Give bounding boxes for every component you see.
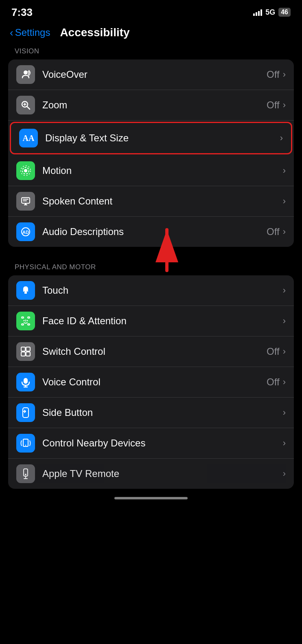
- physical-motor-settings-group: Touch › Face ID & Attention ›: [8, 275, 294, 489]
- apple-tv-chevron-icon: ›: [283, 468, 286, 479]
- voice-control-label: Voice Control: [42, 376, 267, 388]
- svg-point-31: [25, 445, 26, 446]
- voice-control-value: Off: [267, 376, 280, 388]
- red-arrow-annotation: [142, 218, 191, 283]
- svg-rect-16: [28, 317, 30, 318]
- voice-control-row[interactable]: Voice Control Off ›: [8, 367, 294, 398]
- svg-rect-10: [23, 200, 27, 201]
- vision-section-header: VISION: [0, 47, 302, 59]
- voiceover-icon: [16, 65, 35, 84]
- network-label: 5G: [265, 8, 275, 17]
- display-text-size-chevron-icon: ›: [280, 133, 283, 143]
- vision-section: VISION VoiceOver Off ›: [0, 47, 302, 247]
- motion-row[interactable]: Motion ›: [8, 156, 294, 186]
- face-id-chevron-icon: ›: [283, 316, 286, 326]
- svg-rect-29: [23, 408, 28, 418]
- display-text-size-icon: AA: [19, 129, 38, 147]
- battery-icon: 46: [278, 8, 291, 17]
- battery-level: 46: [281, 9, 288, 16]
- switch-control-icon: [16, 342, 35, 361]
- touch-icon: [16, 281, 35, 300]
- svg-rect-24: [21, 352, 25, 356]
- zoom-label: Zoom: [42, 99, 267, 111]
- svg-rect-26: [24, 378, 28, 384]
- motion-icon: [16, 161, 35, 180]
- touch-chevron-icon: ›: [283, 285, 286, 296]
- apple-tv-icon: [16, 464, 35, 483]
- motion-label: Motion: [42, 165, 283, 176]
- face-id-row[interactable]: Face ID & Attention ›: [8, 306, 294, 336]
- audio-descriptions-icon: AD: [16, 222, 35, 241]
- svg-text:AD: AD: [22, 230, 29, 235]
- audio-descriptions-value: Off: [267, 226, 280, 237]
- svg-rect-18: [28, 324, 30, 325]
- apple-tv-label: Apple TV Remote: [42, 468, 283, 479]
- page-title: Accessibility: [60, 26, 129, 39]
- spoken-content-chevron-icon: ›: [283, 196, 286, 207]
- back-chevron-icon: ‹: [10, 26, 13, 39]
- nearby-devices-label: Control Nearby Devices: [42, 437, 283, 449]
- svg-rect-15: [22, 317, 24, 318]
- svg-point-0: [24, 70, 28, 75]
- side-button-row[interactable]: Side Button ›: [8, 398, 294, 428]
- voiceover-chevron-icon: ›: [283, 69, 286, 80]
- side-button-label: Side Button: [42, 407, 283, 418]
- svg-rect-25: [26, 352, 30, 356]
- side-button-chevron-icon: ›: [283, 407, 286, 418]
- back-label: Settings: [15, 27, 50, 38]
- spoken-content-icon: [16, 192, 35, 211]
- touch-label: Touch: [42, 285, 283, 296]
- svg-rect-23: [26, 347, 30, 351]
- svg-rect-17: [22, 324, 24, 325]
- zoom-chevron-icon: ›: [283, 100, 286, 110]
- svg-point-20: [27, 320, 28, 321]
- audio-descriptions-chevron-icon: ›: [283, 226, 286, 237]
- spoken-content-row[interactable]: Spoken Content ›: [8, 186, 294, 217]
- voiceover-row[interactable]: VoiceOver Off ›: [8, 59, 294, 90]
- apple-tv-row[interactable]: Apple TV Remote ›: [8, 459, 294, 489]
- home-indicator: [114, 497, 188, 499]
- switch-control-chevron-icon: ›: [283, 346, 286, 357]
- status-bar: 7:33 5G 46: [0, 0, 302, 22]
- svg-point-33: [25, 474, 26, 475]
- voice-control-icon: [16, 373, 35, 391]
- voiceover-value: Off: [267, 69, 280, 80]
- svg-rect-9: [23, 199, 28, 200]
- face-id-icon: [16, 312, 35, 330]
- voice-control-chevron-icon: ›: [283, 377, 286, 387]
- display-text-size-label: Display & Text Size: [45, 132, 280, 144]
- face-id-label: Face ID & Attention: [42, 315, 283, 327]
- display-text-size-row[interactable]: AA Display & Text Size ›: [10, 122, 292, 154]
- nearby-devices-row[interactable]: Control Nearby Devices ›: [8, 428, 294, 459]
- side-button-icon: [16, 403, 35, 422]
- physical-motor-section: PHYSICAL AND MOTOR Touch ›: [0, 263, 302, 489]
- zoom-value: Off: [267, 99, 280, 111]
- status-time: 7:33: [11, 6, 33, 19]
- back-button[interactable]: ‹ Settings: [10, 26, 50, 39]
- switch-control-row[interactable]: Switch Control Off ›: [8, 336, 294, 367]
- svg-point-19: [24, 320, 25, 321]
- svg-point-5: [24, 169, 27, 172]
- nearby-devices-icon: [16, 434, 35, 453]
- svg-rect-22: [21, 347, 25, 351]
- spoken-content-label: Spoken Content: [42, 196, 283, 207]
- zoom-icon: [16, 96, 35, 114]
- voiceover-label: VoiceOver: [42, 69, 267, 80]
- svg-line-2: [27, 107, 30, 110]
- switch-control-value: Off: [267, 346, 280, 357]
- nearby-devices-chevron-icon: ›: [283, 438, 286, 448]
- motion-chevron-icon: ›: [283, 165, 286, 176]
- signal-bars-icon: [253, 9, 262, 16]
- switch-control-label: Switch Control: [42, 346, 267, 357]
- zoom-row[interactable]: Zoom Off ›: [8, 90, 294, 121]
- status-icons: 5G 46: [253, 8, 291, 17]
- nav-bar: ‹ Settings Accessibility: [0, 22, 302, 47]
